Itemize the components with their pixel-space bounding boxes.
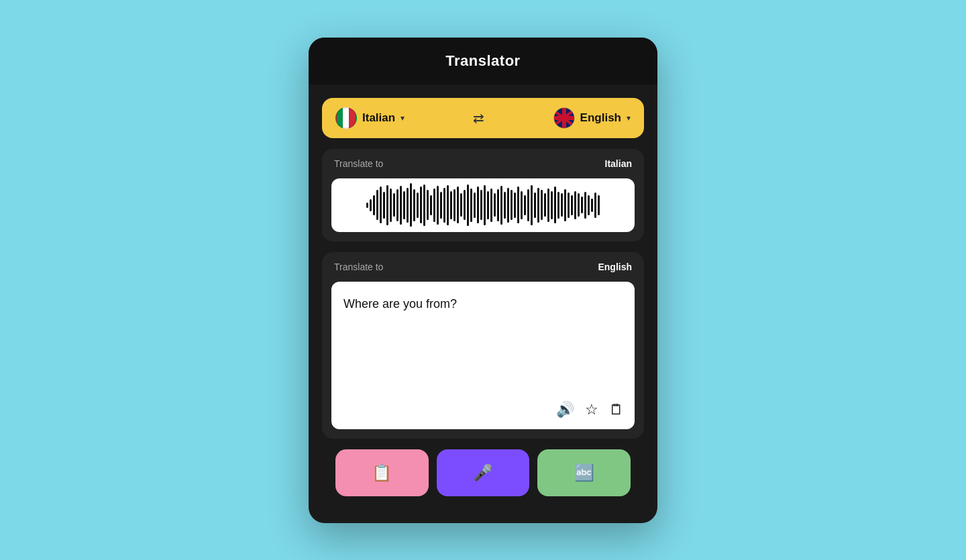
- wave-bar: [396, 189, 398, 221]
- wave-bar: [591, 199, 593, 212]
- wave-bar: [447, 185, 449, 225]
- wave-bar: [450, 191, 452, 219]
- wave-bar: [571, 195, 573, 215]
- wave-bar: [413, 189, 415, 221]
- wave-bar: [403, 191, 405, 219]
- wave-bar: [514, 192, 516, 218]
- italian-flag-icon: [335, 107, 357, 129]
- wave-bar: [393, 193, 395, 217]
- wave-bar: [464, 190, 466, 220]
- translator-app: Translator Italian ▾ ⇄ English ▾: [309, 38, 657, 523]
- wave-bar: [417, 192, 419, 218]
- wave-bar: [460, 193, 462, 217]
- translate-button[interactable]: 🔤: [537, 449, 631, 496]
- text-actions: 🔊 ☆ 🗒: [556, 401, 624, 418]
- wave-bar: [457, 186, 459, 223]
- wave-bar: [433, 188, 435, 222]
- wave-bar: [443, 188, 445, 223]
- wave-bar: [427, 190, 429, 220]
- wave-bar: [534, 192, 536, 218]
- wave-bar: [537, 188, 539, 223]
- wave-bar: [551, 191, 553, 219]
- copy-button[interactable]: 🗒: [609, 401, 624, 418]
- wave-bar: [511, 190, 513, 220]
- wave-bar: [383, 192, 385, 219]
- app-title: Translator: [325, 52, 641, 70]
- target-panel-label: Translate to: [334, 262, 383, 272]
- wave-bar: [527, 189, 529, 221]
- wave-bar: [386, 185, 388, 225]
- target-language-name: English: [580, 111, 621, 125]
- wave-bar: [376, 190, 378, 220]
- wave-bar: [370, 199, 372, 211]
- wave-bar: [474, 192, 476, 218]
- wave-bar: [561, 193, 563, 217]
- wave-bar: [410, 183, 412, 227]
- list-icon: 📋: [372, 463, 392, 482]
- target-translation-panel: Translate to English Where are you from?…: [322, 252, 644, 439]
- list-button[interactable]: 📋: [335, 449, 429, 496]
- wave-bar: [423, 184, 425, 226]
- wave-bar: [531, 185, 533, 225]
- wave-bar: [487, 191, 489, 219]
- target-panel-header: Translate to English: [322, 252, 644, 282]
- app-header: Translator: [309, 38, 657, 85]
- wave-bar: [544, 193, 546, 217]
- wave-bar: [598, 195, 600, 215]
- wave-bar: [507, 188, 509, 223]
- wave-bar: [500, 186, 502, 225]
- bottom-buttons: 📋 🎤 🔤: [322, 449, 644, 510]
- wave-bar: [574, 191, 576, 219]
- volume-button[interactable]: 🔊: [556, 401, 574, 418]
- wave-bar: [521, 191, 523, 219]
- target-language-selector[interactable]: English ▾: [553, 107, 631, 129]
- wave-bar: [497, 189, 499, 221]
- wave-bar: [547, 188, 549, 222]
- source-chevron-icon: ▾: [400, 113, 405, 123]
- translation-text-container: Where are you from? 🔊 ☆ 🗒: [331, 282, 635, 429]
- wave-bar: [541, 190, 543, 220]
- target-panel-language: English: [598, 262, 632, 272]
- wave-bar: [407, 188, 409, 223]
- wave-bar: [594, 192, 596, 218]
- wave-bar: [517, 186, 519, 223]
- wave-bar: [490, 188, 492, 222]
- wave-bar: [440, 192, 442, 219]
- wave-bar: [578, 193, 580, 217]
- wave-bar: [494, 193, 496, 217]
- wave-bar: [484, 185, 486, 225]
- mic-button[interactable]: 🎤: [437, 449, 530, 496]
- wave-bar: [430, 195, 432, 215]
- wave-bar: [437, 186, 439, 225]
- wave-bar: [390, 188, 392, 222]
- wave-bar: [504, 192, 506, 219]
- wave-bar: [557, 192, 559, 219]
- source-translation-panel: Translate to Italian: [322, 149, 644, 241]
- source-panel-language: Italian: [605, 158, 632, 169]
- favorite-button[interactable]: ☆: [585, 401, 598, 418]
- wave-bar: [420, 186, 422, 223]
- wave-bar: [366, 203, 368, 208]
- wave-bar: [581, 197, 583, 213]
- wave-bar: [480, 190, 482, 220]
- mic-icon: 🎤: [473, 463, 493, 482]
- wave-bar: [588, 195, 590, 215]
- wave-bar: [453, 189, 455, 221]
- wave-bar: [568, 192, 570, 218]
- source-language-name: Italian: [362, 111, 395, 125]
- uk-flag-icon: [553, 107, 575, 129]
- wave-bar: [400, 186, 402, 225]
- source-language-selector[interactable]: Italian ▾: [335, 107, 405, 129]
- source-panel-header: Translate to Italian: [322, 149, 644, 178]
- wave-bar: [584, 192, 586, 219]
- wave-bar: [554, 186, 556, 223]
- wave-bar: [467, 184, 469, 226]
- translated-text: Where are you from?: [343, 295, 623, 313]
- translate-icon: 🔤: [574, 463, 594, 482]
- source-panel-label: Translate to: [334, 158, 383, 169]
- wave-bar: [373, 195, 375, 215]
- wave-bar: [477, 186, 479, 223]
- swap-button[interactable]: ⇄: [473, 110, 484, 126]
- wave-bar: [564, 189, 566, 221]
- language-bar[interactable]: Italian ▾ ⇄ English ▾: [322, 98, 644, 138]
